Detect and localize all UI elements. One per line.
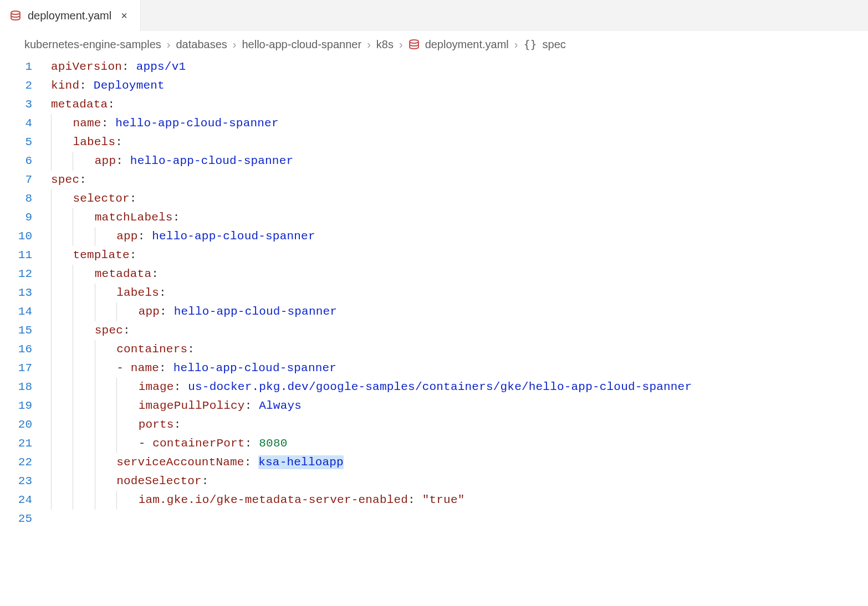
- code-content[interactable]: containers:: [51, 340, 195, 359]
- code-line[interactable]: 6 app: hello-app-cloud-spanner: [0, 152, 868, 171]
- breadcrumb-item[interactable]: k8s: [376, 38, 394, 51]
- code-line[interactable]: 9 matchLabels:: [0, 208, 868, 227]
- code-content[interactable]: app: hello-app-cloud-spanner: [51, 152, 293, 171]
- line-number: 5: [0, 133, 51, 152]
- line-number: 1: [0, 58, 51, 76]
- code-line[interactable]: 11 template:: [0, 246, 868, 265]
- line-number: 18: [0, 378, 51, 397]
- code-line[interactable]: 20 ports:: [0, 415, 868, 434]
- code-content[interactable]: apiVersion: apps/v1: [51, 58, 186, 76]
- code-content[interactable]: serviceAccountName: ksa-helloapp: [51, 453, 344, 472]
- code-content[interactable]: selector:: [51, 189, 137, 208]
- close-icon[interactable]: ×: [118, 9, 130, 22]
- yaml-file-icon: [409, 39, 420, 49]
- code-editor[interactable]: 1apiVersion: apps/v12kind: Deployment3me…: [0, 58, 868, 528]
- code-line[interactable]: 13 labels:: [0, 284, 868, 302]
- code-content[interactable]: labels:: [51, 284, 166, 302]
- code-line[interactable]: 7spec:: [0, 171, 868, 189]
- line-number: 8: [0, 189, 51, 208]
- line-number: 10: [0, 227, 51, 246]
- code-line[interactable]: 22 serviceAccountName: ksa-helloapp: [0, 453, 868, 472]
- code-content[interactable]: nodeSelector:: [51, 472, 209, 491]
- line-number: 2: [0, 76, 51, 95]
- line-number: 22: [0, 453, 51, 472]
- line-number: 13: [0, 284, 51, 302]
- code-content[interactable]: app: hello-app-cloud-spanner: [51, 302, 337, 321]
- code-content[interactable]: labels:: [51, 133, 122, 152]
- line-number: 15: [0, 321, 51, 340]
- code-line[interactable]: 1apiVersion: apps/v1: [0, 58, 868, 76]
- code-content[interactable]: kind: Deployment: [51, 76, 165, 95]
- code-line[interactable]: 17 - name: hello-app-cloud-spanner: [0, 359, 868, 378]
- line-number: 14: [0, 302, 51, 321]
- code-content[interactable]: ports:: [51, 415, 181, 434]
- breadcrumb-item[interactable]: hello-app-cloud-spanner: [242, 38, 361, 51]
- code-line[interactable]: 16 containers:: [0, 340, 868, 359]
- chevron-right-icon: ›: [514, 38, 518, 51]
- line-number: 3: [0, 95, 51, 114]
- code-line[interactable]: 10 app: hello-app-cloud-spanner: [0, 227, 868, 246]
- svg-point-0: [11, 11, 20, 14]
- code-content[interactable]: matchLabels:: [51, 208, 180, 227]
- line-number: 21: [0, 434, 51, 453]
- tab-label: deployment.yaml: [28, 9, 111, 22]
- line-number: 7: [0, 171, 51, 189]
- tab-deployment-yaml[interactable]: deployment.yaml ×: [0, 0, 141, 31]
- code-line[interactable]: 24 iam.gke.io/gke-metadata-server-enable…: [0, 491, 868, 510]
- code-content[interactable]: spec:: [51, 171, 86, 189]
- code-line[interactable]: 12 metadata:: [0, 265, 868, 284]
- yaml-file-icon: [10, 11, 21, 20]
- line-number: 6: [0, 152, 51, 171]
- chevron-right-icon: ›: [367, 38, 371, 51]
- chevron-right-icon: ›: [233, 38, 237, 51]
- code-content[interactable]: image: us-docker.pkg.dev/google-samples/…: [51, 378, 692, 397]
- code-content[interactable]: iam.gke.io/gke-metadata-server-enabled: …: [51, 491, 465, 510]
- code-content[interactable]: imagePullPolicy: Always: [51, 397, 302, 415]
- code-line[interactable]: 18 image: us-docker.pkg.dev/google-sampl…: [0, 378, 868, 397]
- code-content[interactable]: template:: [51, 246, 137, 265]
- tab-bar: deployment.yaml ×: [0, 0, 868, 31]
- breadcrumb: kubernetes-engine-samples › databases › …: [0, 31, 868, 58]
- code-content[interactable]: metadata:: [51, 95, 115, 114]
- code-line[interactable]: 19 imagePullPolicy: Always: [0, 397, 868, 415]
- line-number: 23: [0, 472, 51, 491]
- code-line[interactable]: 15 spec:: [0, 321, 868, 340]
- breadcrumb-item[interactable]: deployment.yaml: [425, 38, 509, 51]
- line-number: 19: [0, 397, 51, 415]
- code-content[interactable]: spec:: [51, 321, 130, 340]
- code-line[interactable]: 5 labels:: [0, 133, 868, 152]
- line-number: 25: [0, 510, 51, 528]
- code-content[interactable]: name: hello-app-cloud-spanner: [51, 114, 279, 133]
- svg-point-1: [410, 40, 418, 43]
- breadcrumb-item[interactable]: databases: [176, 38, 227, 51]
- code-line[interactable]: 3metadata:: [0, 95, 868, 114]
- code-line[interactable]: 21 - containerPort: 8080: [0, 434, 868, 453]
- line-number: 12: [0, 265, 51, 284]
- code-line[interactable]: 2kind: Deployment: [0, 76, 868, 95]
- code-line[interactable]: 25: [0, 510, 868, 528]
- line-number: 24: [0, 491, 51, 510]
- code-content[interactable]: metadata:: [51, 265, 159, 284]
- code-line[interactable]: 14 app: hello-app-cloud-spanner: [0, 302, 868, 321]
- chevron-right-icon: ›: [167, 38, 171, 51]
- chevron-right-icon: ›: [399, 38, 403, 51]
- braces-icon: {}: [523, 38, 537, 51]
- line-number: 11: [0, 246, 51, 265]
- line-number: 17: [0, 359, 51, 378]
- breadcrumb-item[interactable]: spec: [543, 38, 566, 51]
- code-line[interactable]: 8 selector:: [0, 189, 868, 208]
- code-content[interactable]: app: hello-app-cloud-spanner: [51, 227, 315, 246]
- code-content[interactable]: - containerPort: 8080: [51, 434, 288, 453]
- line-number: 16: [0, 340, 51, 359]
- code-line[interactable]: 23 nodeSelector:: [0, 472, 868, 491]
- code-content[interactable]: - name: hello-app-cloud-spanner: [51, 359, 336, 378]
- line-number: 20: [0, 415, 51, 434]
- breadcrumb-item[interactable]: kubernetes-engine-samples: [24, 38, 161, 51]
- line-number: 4: [0, 114, 51, 133]
- line-number: 9: [0, 208, 51, 227]
- code-line[interactable]: 4 name: hello-app-cloud-spanner: [0, 114, 868, 133]
